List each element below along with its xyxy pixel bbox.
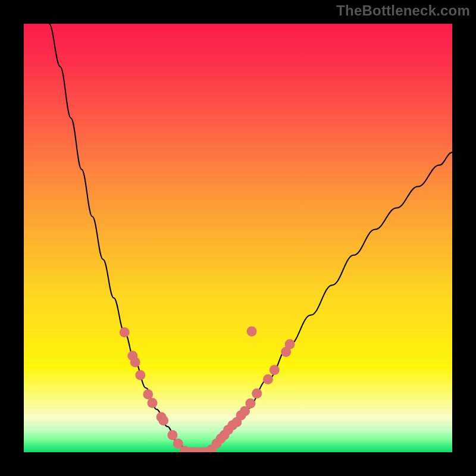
left-marker-3 (135, 370, 145, 380)
left-marker-7 (158, 415, 168, 425)
watermark-text: TheBottleneck.com (336, 2, 470, 19)
plot-area (24, 24, 452, 452)
right-marker-9 (263, 374, 273, 384)
right-marker-7 (245, 398, 255, 408)
left-marker-4 (143, 389, 153, 399)
left-marker-0 (120, 327, 130, 337)
bottleneck-curves (49, 24, 452, 452)
left-marker-2 (130, 357, 140, 367)
curve-left-curve (49, 24, 189, 452)
right-marker-10 (270, 365, 280, 375)
right-marker-8 (252, 389, 262, 399)
chart-container: TheBottleneck.com (0, 0, 476, 476)
right-marker-13 (247, 326, 257, 336)
curve-layer (24, 24, 452, 452)
data-markers (120, 326, 295, 452)
left-marker-8 (167, 430, 177, 440)
left-marker-5 (148, 398, 158, 408)
right-marker-12 (285, 339, 295, 349)
